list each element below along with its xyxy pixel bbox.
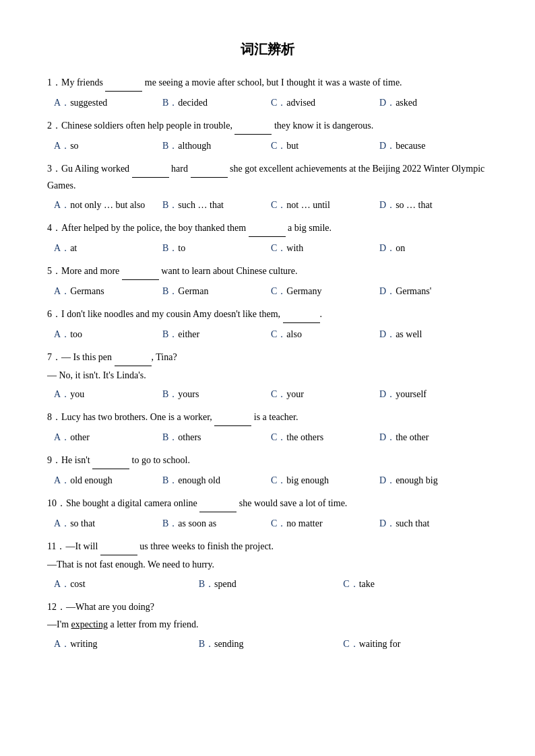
question-11: 11．—It will us three weeks to finish the… xyxy=(47,539,488,592)
question-12: 12．—What are you doing? —I'm expecting a… xyxy=(47,599,488,652)
q3-text: 3．Gu Ailing worked hard she got excellen… xyxy=(47,161,488,194)
q1-option-c: C．advised xyxy=(271,94,379,111)
q3-option-b: B．such … that xyxy=(162,197,271,213)
page-title: 词汇辨析 xyxy=(47,40,488,59)
q12-dialog-2: —I'm expecting a letter from my friend. xyxy=(47,617,488,633)
q1-options: A．suggested B．decided C．advised D．asked xyxy=(47,94,488,111)
q6-text: 6．I don't like noodles and my cousin Amy… xyxy=(47,306,488,323)
q9-options: A．old enough B．enough old C．big enough D… xyxy=(47,472,488,489)
q8-text: 8．Lucy has two brothers. One is a worker… xyxy=(47,409,488,426)
q12-option-b: B．sending xyxy=(199,635,344,652)
q5-option-c: C．Germany xyxy=(271,283,379,300)
q5-num: 5． xyxy=(47,266,61,276)
question-1: 1．My friends me seeing a movie after sch… xyxy=(47,75,488,111)
q6-option-a: A．too xyxy=(54,326,162,343)
q9-text: 9．He isn't to go to school. xyxy=(47,452,488,469)
q2-option-a: A．so xyxy=(54,137,162,154)
q11-dialog-1: 11．—It will us three weeks to finish the… xyxy=(47,539,488,555)
q12-dialog-1: 12．—What are you doing? xyxy=(47,599,488,615)
q3-option-a: A．not only … but also xyxy=(54,197,162,213)
q12-option-c: C．waiting for xyxy=(343,635,488,652)
q9-num: 9． xyxy=(47,455,61,465)
q1-num: 1． xyxy=(47,77,61,88)
q3-option-c: C．not … until xyxy=(271,197,379,213)
q1-option-a: A．suggested xyxy=(54,94,162,111)
q1-option-b: B．decided xyxy=(162,94,271,111)
q10-option-a: A．so that xyxy=(54,515,162,532)
q2-text: 2．Chinese soldiers often help people in … xyxy=(47,118,488,135)
q3-num: 3． xyxy=(47,164,61,174)
q4-options: A．at B．to C．with D．on xyxy=(47,240,488,256)
question-9: 9．He isn't to go to school. A．old enough… xyxy=(47,452,488,489)
q6-option-c: C．also xyxy=(271,326,379,343)
q9-option-d: D．enough big xyxy=(379,472,488,489)
q6-options: A．too B．either C．also D．as well xyxy=(47,326,488,343)
q4-num: 4． xyxy=(47,223,61,233)
question-8: 8．Lucy has two brothers. One is a worker… xyxy=(47,409,488,446)
q4-option-c: C．with xyxy=(271,240,379,256)
q7-dialog-1: 7．— Is this pen , Tina? xyxy=(47,349,488,366)
q3-options: A．not only … but also B．such … that C．no… xyxy=(47,197,488,213)
q11-option-c: C．take xyxy=(343,576,488,592)
q9-option-b: B．enough old xyxy=(162,472,271,489)
q10-text: 10．She bought a digital camera online sh… xyxy=(47,495,488,512)
q11-dialog-2: —That is not fast enough. We need to hur… xyxy=(47,557,488,573)
q4-option-b: B．to xyxy=(162,240,271,256)
q2-options: A．so B．although C．but D．because xyxy=(47,137,488,154)
q11-option-b: B．spend xyxy=(199,576,344,592)
q3-option-d: D．so … that xyxy=(379,197,488,213)
q8-options: A．other B．others C．the others D．the othe… xyxy=(47,429,488,446)
q2-option-b: B．although xyxy=(162,137,271,154)
q5-option-b: B．German xyxy=(162,283,271,300)
q1-option-d: D．asked xyxy=(379,94,488,111)
q11-option-a: A．cost xyxy=(54,576,199,592)
q6-num: 6． xyxy=(47,309,61,319)
q5-options: A．Germans B．German C．Germany D．Germans' xyxy=(47,283,488,300)
q10-option-d: D．such that xyxy=(379,515,488,532)
question-2: 2．Chinese soldiers often help people in … xyxy=(47,118,488,154)
q5-option-a: A．Germans xyxy=(54,283,162,300)
q7-option-b: B．yours xyxy=(162,386,271,403)
q8-option-a: A．other xyxy=(54,429,162,446)
q7-options: A．you B．yours C．your D．yourself xyxy=(47,386,488,403)
q8-option-c: C．the others xyxy=(271,429,379,446)
q5-option-d: D．Germans' xyxy=(379,283,488,300)
q7-dialog-2: — No, it isn't. It's Linda's. xyxy=(47,368,488,384)
q4-option-a: A．at xyxy=(54,240,162,256)
question-7: 7．— Is this pen , Tina? — No, it isn't. … xyxy=(47,349,488,403)
q6-option-d: D．as well xyxy=(379,326,488,343)
q12-option-a: A．writing xyxy=(54,635,199,652)
q11-options: A．cost B．spend C．take xyxy=(47,576,488,592)
q4-option-d: D．on xyxy=(379,240,488,256)
question-5: 5．More and more want to learn about Chin… xyxy=(47,263,488,300)
q10-option-c: C．no matter xyxy=(271,515,379,532)
question-4: 4．After helped by the police, the boy th… xyxy=(47,220,488,256)
q8-option-d: D．the other xyxy=(379,429,488,446)
q6-option-b: B．either xyxy=(162,326,271,343)
q9-option-c: C．big enough xyxy=(271,472,379,489)
q7-option-a: A．you xyxy=(54,386,162,403)
q8-num: 8． xyxy=(47,412,61,422)
q7-option-d: D．yourself xyxy=(379,386,488,403)
q1-text: 1．My friends me seeing a movie after sch… xyxy=(47,75,488,92)
q8-option-b: B．others xyxy=(162,429,271,446)
q10-num: 10． xyxy=(47,498,66,508)
q2-option-d: D．because xyxy=(379,137,488,154)
question-10: 10．She bought a digital camera online sh… xyxy=(47,495,488,532)
q2-num: 2． xyxy=(47,121,61,131)
q7-option-c: C．your xyxy=(271,386,379,403)
q2-option-c: C．but xyxy=(271,137,379,154)
q5-text: 5．More and more want to learn about Chin… xyxy=(47,263,488,280)
question-6: 6．I don't like noodles and my cousin Amy… xyxy=(47,306,488,343)
q12-underline-word: expecting xyxy=(71,619,108,629)
q10-options: A．so that B．as soon as C．no matter D．suc… xyxy=(47,515,488,532)
q12-options: A．writing B．sending C．waiting for xyxy=(47,635,488,652)
q9-option-a: A．old enough xyxy=(54,472,162,489)
q10-option-b: B．as soon as xyxy=(162,515,271,532)
q4-text: 4．After helped by the police, the boy th… xyxy=(47,220,488,237)
question-3: 3．Gu Ailing worked hard she got excellen… xyxy=(47,161,488,213)
